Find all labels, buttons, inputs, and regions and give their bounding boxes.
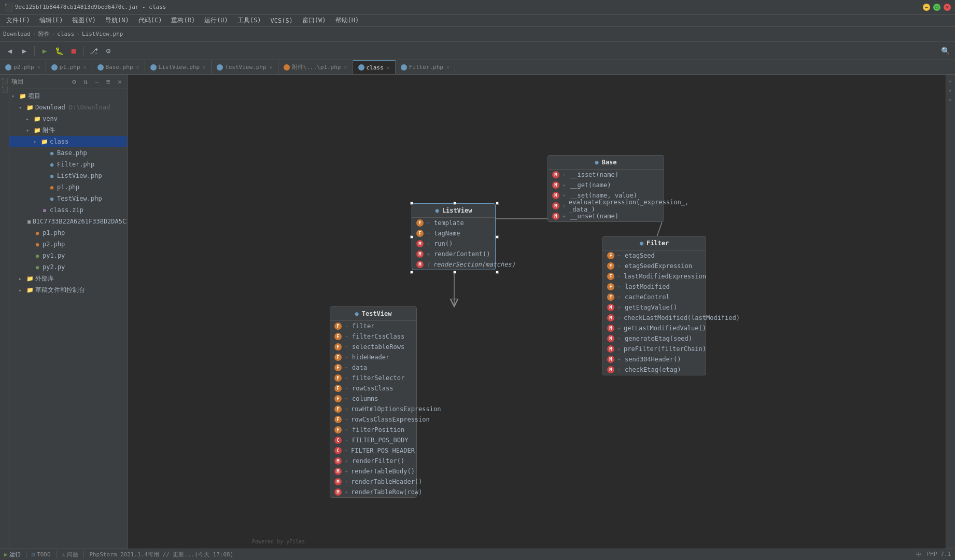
- tree-item-0[interactable]: ▾📁项目: [9, 90, 127, 102]
- debug-button[interactable]: 🐛: [53, 45, 65, 57]
- git-button[interactable]: ⎇: [88, 45, 100, 57]
- handle-tr[interactable]: [496, 202, 499, 205]
- tree-item-3[interactable]: ▾📁附件: [9, 124, 127, 136]
- tree-item-6[interactable]: ●Filter.php: [9, 159, 127, 170]
- listview-member-tagname[interactable]: F ~ tagName: [412, 228, 495, 239]
- f-getEtagValue[interactable]: M + getEtagValue(): [603, 302, 706, 313]
- left-panel-btn-1[interactable]: ⬛: [1, 77, 9, 85]
- right-btn-2[interactable]: ▸: [947, 86, 955, 94]
- tv-rowCssClassExpression[interactable]: F ~ rowCssClassExpression: [330, 414, 416, 425]
- tv-FILTER_POS_BODY[interactable]: C ~ FILTER_POS_BODY: [330, 435, 416, 445]
- f-lastModifiedExpression[interactable]: F ~ lastModifiedExpression: [603, 271, 706, 282]
- tv-rowCssClass[interactable]: F ~ rowCssClass: [330, 383, 416, 394]
- menu-item-0[interactable]: 文件(F): [2, 15, 34, 26]
- nav-class[interactable]: class: [57, 31, 74, 37]
- menu-item-6[interactable]: 运行(U): [200, 15, 232, 26]
- f-preFilter[interactable]: M + preFilter(filterChain): [603, 344, 706, 354]
- tree-item-15[interactable]: ●py2.py: [9, 261, 127, 273]
- tab-1[interactable]: p1.php✕: [46, 60, 92, 75]
- listview-member-rendersection[interactable]: M T renderSection(matches): [412, 259, 495, 270]
- tree-item-11[interactable]: ▣B1C7733B22A6261F338D2DA5C2D...: [9, 216, 127, 227]
- f-cacheControl[interactable]: F ~ cacheControl: [603, 292, 706, 302]
- tree-item-4[interactable]: ▾📁class: [9, 136, 127, 147]
- status-encoding[interactable]: 中: [916, 551, 922, 558]
- nav-attachments[interactable]: 附件: [38, 30, 50, 38]
- tree-item-9[interactable]: ●TestView.php: [9, 193, 127, 204]
- sidebar-sort[interactable]: ⇅: [80, 77, 91, 87]
- handle-tl[interactable]: [410, 202, 413, 205]
- tv-columns[interactable]: F ~ columns: [330, 394, 416, 404]
- tab-2[interactable]: Base.php✕: [92, 60, 145, 75]
- menu-item-2[interactable]: 视图(V): [68, 15, 100, 26]
- back-button[interactable]: ◀: [4, 45, 16, 57]
- stop-button[interactable]: ■: [68, 45, 79, 57]
- status-problems[interactable]: ⚠ 问题: [62, 551, 79, 558]
- tv-rowHtmlOptionsExpression[interactable]: F ~ rowHtmlOptionsExpression: [330, 404, 416, 414]
- tv-filterPosition[interactable]: F ~ filterPosition: [330, 425, 416, 435]
- listview-member-template[interactable]: F ~ template: [412, 218, 495, 228]
- handle-tc[interactable]: [453, 202, 456, 205]
- f-etagSeed[interactable]: F ~ etagSeed: [603, 250, 706, 261]
- tab-close-5[interactable]: ✕: [344, 64, 347, 70]
- status-todo[interactable]: ☑ TODO: [32, 551, 51, 558]
- search-button[interactable]: 🔍: [939, 45, 951, 57]
- sidebar-collapse[interactable]: —: [92, 77, 102, 87]
- tab-7[interactable]: Filter.php✕: [396, 60, 455, 75]
- tree-item-1[interactable]: ▾📁Download D:\Download: [9, 102, 127, 113]
- tv-selectableRows[interactable]: F ~ selectableRows: [330, 342, 416, 352]
- restore-button[interactable]: ❐: [933, 4, 940, 11]
- base-member-evaluate[interactable]: M + evaluateExpression(_expression_, _da…: [548, 201, 664, 211]
- forward-button[interactable]: ▶: [19, 45, 30, 57]
- menu-item-8[interactable]: VCS(S): [266, 16, 297, 25]
- tab-3[interactable]: ListView.php✕: [145, 60, 212, 75]
- tv-filterCssClass[interactable]: F ~ filterCssClass: [330, 331, 416, 342]
- sidebar-gear[interactable]: ⚙: [69, 77, 79, 87]
- tab-close-3[interactable]: ✕: [203, 64, 206, 70]
- menu-item-7[interactable]: 工具(S): [233, 15, 265, 26]
- tv-data[interactable]: F ~ data: [330, 362, 416, 373]
- f-etagSeedExpression[interactable]: F ~ etagSeedExpression: [603, 261, 706, 271]
- diagram-area[interactable]: ● ListView F ~ template F ~ tagName M + …: [128, 75, 946, 549]
- tree-item-10[interactable]: ◼class.zip: [9, 204, 127, 216]
- tree-item-5[interactable]: ●Base.php: [9, 147, 127, 159]
- left-panel-btn-2[interactable]: ⬛: [1, 85, 9, 93]
- right-btn-3[interactable]: ▸: [947, 95, 955, 104]
- tv-renderTableBody[interactable]: M + renderTableBody(): [330, 466, 416, 477]
- tab-close-4[interactable]: ✕: [270, 64, 273, 70]
- f-lastModified[interactable]: F ~ lastModified: [603, 282, 706, 292]
- f-getLastModifiedValue[interactable]: M + getLastModifiedValue(): [603, 323, 706, 333]
- close-button[interactable]: ✕: [944, 4, 951, 11]
- handle-ml[interactable]: [410, 235, 413, 239]
- menu-item-10[interactable]: 帮助(H): [331, 15, 363, 26]
- tree-item-16[interactable]: ▸📁外部库: [9, 273, 127, 284]
- menu-item-5[interactable]: 重构(R): [167, 15, 199, 26]
- tv-renderTableHeader[interactable]: M + renderTableHeader(): [330, 477, 416, 487]
- sidebar-settings[interactable]: ≡: [103, 77, 114, 87]
- menu-item-3[interactable]: 导航(N): [101, 15, 133, 26]
- tree-item-14[interactable]: ●py1.py: [9, 250, 127, 261]
- right-btn-1[interactable]: ▸: [947, 77, 955, 85]
- nav-download[interactable]: Download: [3, 31, 31, 37]
- tab-close-0[interactable]: ✕: [37, 64, 40, 70]
- filter-node[interactable]: ● Filter F ~ etagSeed F ~ etagSeedExpres…: [602, 236, 706, 375]
- tab-close-6[interactable]: ✕: [387, 65, 390, 71]
- tab-6[interactable]: class✕: [353, 60, 396, 75]
- tv-hideHeader[interactable]: F ~ hideHeader: [330, 352, 416, 362]
- tab-5[interactable]: 附件\...\p1.php✕: [278, 60, 353, 75]
- minimize-button[interactable]: —: [923, 4, 930, 11]
- f-generateEtag[interactable]: M + generateEtag(seed): [603, 333, 706, 344]
- menu-item-4[interactable]: 代码(C): [134, 15, 166, 26]
- handle-br[interactable]: [496, 271, 499, 274]
- run-button[interactable]: ▶: [39, 45, 50, 57]
- f-checkLastModified[interactable]: M + checkLastModified(lastModified): [603, 313, 706, 323]
- tv-renderFilter[interactable]: M + renderFilter(): [330, 456, 416, 466]
- sidebar-close[interactable]: ✕: [115, 77, 125, 87]
- nav-listview[interactable]: ListView.php: [82, 31, 123, 37]
- tree-item-8[interactable]: ●p1.php: [9, 181, 127, 193]
- menu-item-1[interactable]: 编辑(E): [35, 15, 67, 26]
- tree-item-7[interactable]: ●ListView.php: [9, 170, 127, 181]
- status-run[interactable]: ▶ 运行: [4, 551, 21, 558]
- tree-item-17[interactable]: ▸📁草稿文件和控制台: [9, 284, 127, 296]
- tv-filterSelector[interactable]: F ~ filterSelector: [330, 373, 416, 383]
- menu-item-9[interactable]: 窗口(W): [298, 15, 330, 26]
